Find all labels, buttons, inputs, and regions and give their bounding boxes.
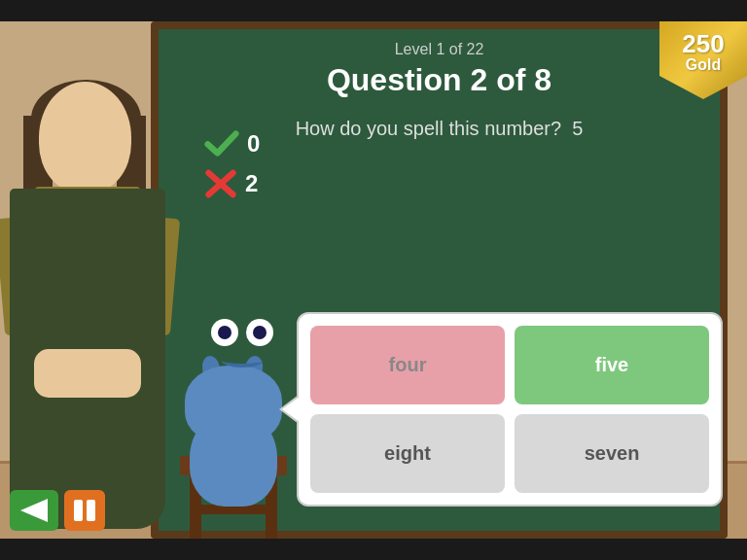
wrong-score: 2 [245, 170, 258, 197]
x-icon [204, 167, 237, 200]
prompt-text: How do you spell this number? [296, 118, 561, 139]
gold-amount: 250 [682, 31, 724, 56]
back-button[interactable] [10, 490, 58, 531]
back-arrow-icon [20, 499, 48, 522]
bottom-bar [0, 539, 747, 560]
gold-label: Gold [686, 56, 721, 74]
monster-pupil-left [218, 326, 231, 339]
score-area: 0 2 [204, 126, 260, 206]
board-content: Level 1 of 22 Question 2 of 8 How do you… [151, 21, 728, 140]
mona-body [10, 62, 165, 539]
question-title: Question 2 of 8 [151, 62, 728, 98]
answer-four-button[interactable]: four [310, 326, 505, 404]
top-bar [0, 0, 747, 21]
mona-hands [34, 349, 141, 398]
answer-five-button[interactable]: five [515, 326, 709, 404]
mona-head [39, 82, 131, 193]
monster-body [190, 409, 277, 507]
svg-marker-2 [20, 499, 48, 522]
monster-eye-right [246, 319, 273, 346]
wrong-row: 2 [204, 167, 260, 200]
pause-bar-left [74, 500, 83, 521]
answer-eight-button[interactable]: eight [310, 414, 505, 493]
monster-eye-left [211, 319, 238, 346]
monster-character [175, 380, 292, 507]
correct-row: 0 [204, 126, 260, 161]
monster-mouth [222, 354, 263, 368]
checkmark-icon [204, 126, 239, 161]
nav-area [10, 490, 105, 531]
monster-pupil-right [253, 326, 267, 339]
answer-panel: four five eight seven [297, 312, 723, 507]
level-text: Level 1 of 22 [151, 41, 728, 58]
pause-bar-right [87, 500, 95, 521]
pause-button[interactable] [64, 490, 105, 531]
answer-seven-button[interactable]: seven [515, 414, 709, 493]
correct-score: 0 [247, 130, 260, 158]
prompt-number: 5 [572, 118, 583, 139]
